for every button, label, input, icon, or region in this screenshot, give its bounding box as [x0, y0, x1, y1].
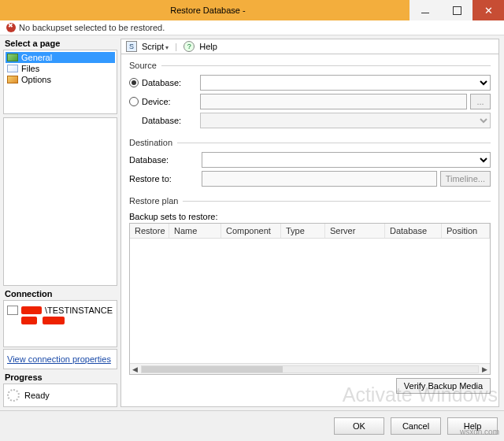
scroll-track[interactable]: [141, 365, 479, 373]
page-icon: [7, 65, 18, 72]
separator: |: [175, 42, 177, 51]
redacted: [21, 317, 37, 324]
cancel-button[interactable]: Cancel: [391, 417, 441, 435]
script-button[interactable]: Script: [142, 42, 169, 51]
spinner-icon: [7, 389, 20, 402]
restore-plan-group: Restore plan Backup sets to restore: Res…: [129, 196, 491, 394]
close-button[interactable]: [472, 0, 504, 20]
ok-button[interactable]: OK: [334, 417, 384, 435]
view-connection-properties-link[interactable]: View connection properties: [7, 354, 111, 364]
page-list: General Files Options: [3, 50, 117, 114]
destination-legend: Destination: [129, 138, 177, 147]
window-title: Restore Database -: [6, 6, 410, 15]
source-group: Source Database: Device: ... Database:: [129, 61, 491, 132]
destination-group: Destination Database: Restore to: Timeli…: [129, 138, 491, 190]
minimize-button[interactable]: [410, 0, 441, 20]
timeline-button[interactable]: Timeline...: [440, 171, 491, 187]
help-button[interactable]: Help: [199, 42, 217, 51]
connection-title: Connection: [3, 289, 117, 298]
redacted: [43, 317, 65, 324]
dialog-footer: OK Cancel Help: [0, 410, 504, 441]
col-component[interactable]: Component: [221, 224, 281, 238]
scroll-thumb[interactable]: [142, 366, 283, 372]
window-controls: [410, 0, 504, 20]
source-device-label: Device:: [142, 97, 200, 106]
source-db2-label: Database:: [142, 116, 200, 125]
restore-to-field: [202, 171, 437, 187]
connection-instance: \TESTINSTANCE: [7, 306, 113, 315]
source-database-radio[interactable]: [129, 78, 139, 87]
progress-title: Progress: [3, 372, 117, 382]
select-page-title: Select a page: [3, 39, 117, 48]
backup-sets-grid[interactable]: Restore Name Component Type Server Datab…: [129, 223, 491, 375]
source-database-combo[interactable]: [200, 75, 491, 91]
col-type[interactable]: Type: [281, 224, 325, 238]
verify-backup-media-button[interactable]: Verify Backup Media: [396, 378, 491, 394]
page-item-label: Options: [21, 75, 51, 84]
maximize-button[interactable]: [441, 0, 472, 20]
error-icon: [6, 23, 16, 32]
redacted: [21, 306, 42, 314]
page-item-general[interactable]: General: [6, 52, 115, 63]
warning-text: No backupset selected to be restored.: [19, 23, 165, 32]
page-item-files[interactable]: Files: [6, 63, 115, 74]
instance-name: \TESTINSTANCE: [45, 306, 113, 315]
left-column: Select a page General Files Options Conn…: [0, 35, 120, 410]
page-item-label: Files: [21, 64, 39, 73]
browse-device-button[interactable]: ...: [470, 94, 491, 109]
connection-box: \TESTINSTANCE: [3, 300, 117, 347]
content-panel: Source Database: Device: ... Database:: [120, 54, 499, 407]
server-icon: [7, 306, 18, 315]
right-column: S Script | ? Help Source Database: Devic…: [120, 35, 504, 410]
dest-db-label: Database:: [129, 155, 202, 165]
page-item-options[interactable]: Options: [6, 74, 115, 85]
restore-to-label: Restore to:: [129, 174, 202, 183]
scroll-left-icon[interactable]: ◀: [132, 365, 138, 373]
warning-bar: No backupset selected to be restored.: [0, 20, 504, 35]
progress-row: Ready: [3, 384, 117, 407]
page-item-label: General: [21, 53, 52, 62]
source-database-label: Database:: [142, 78, 200, 87]
grid-body: [130, 239, 490, 363]
script-icon: S: [126, 41, 137, 52]
restore-plan-legend: Restore plan: [129, 196, 183, 206]
backup-sets-label: Backup sets to restore:: [129, 212, 491, 221]
col-database[interactable]: Database: [385, 224, 442, 238]
main-area: Select a page General Files Options Conn…: [0, 35, 504, 410]
left-filler: [3, 117, 117, 286]
scroll-right-icon[interactable]: ▶: [482, 365, 487, 373]
connection-link-box: View connection properties: [3, 349, 117, 369]
source-device-radio[interactable]: [129, 97, 139, 106]
grid-header: Restore Name Component Type Server Datab…: [130, 224, 490, 239]
corner-credit: wsxdn.com: [460, 428, 499, 436]
progress-status: Ready: [24, 391, 50, 400]
toolbar: S Script | ? Help: [120, 39, 499, 54]
grid-hscroll[interactable]: ◀ ▶: [130, 363, 490, 374]
col-restore[interactable]: Restore: [130, 224, 169, 238]
col-position[interactable]: Position: [442, 224, 490, 238]
col-server[interactable]: Server: [325, 224, 385, 238]
dest-db-combo[interactable]: [202, 152, 491, 168]
col-name[interactable]: Name: [169, 224, 221, 238]
page-icon: [7, 76, 18, 83]
source-device-field: [200, 94, 467, 109]
help-icon: ?: [183, 41, 195, 52]
page-icon: [7, 54, 18, 61]
title-bar: Restore Database -: [0, 0, 504, 20]
source-legend: Source: [129, 61, 161, 70]
source-db2-combo: [200, 113, 491, 128]
